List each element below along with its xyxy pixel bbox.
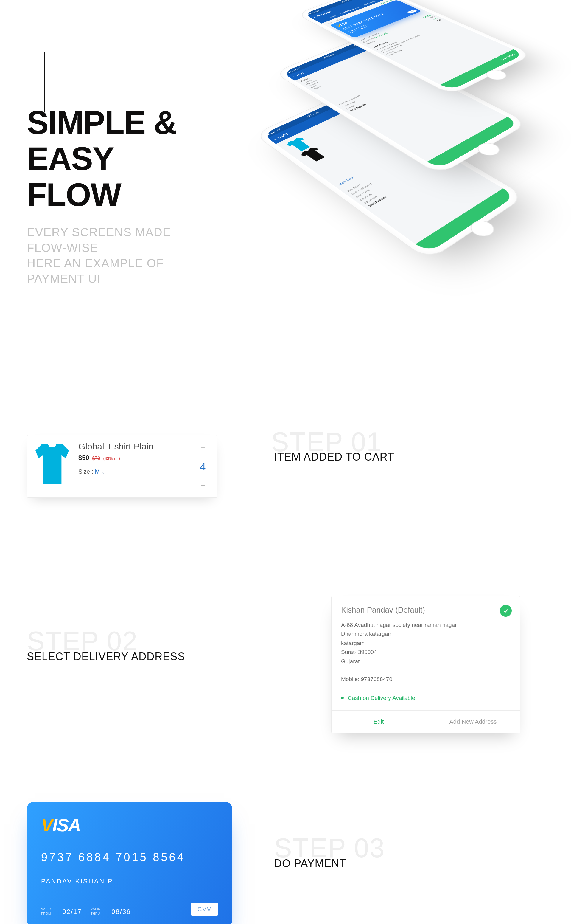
addr-mobile: Mobile: 9737688470 (341, 675, 511, 684)
back-icon[interactable]: ‹ (272, 138, 278, 141)
back-icon[interactable]: ‹ (312, 16, 317, 19)
back-icon[interactable]: ‹ (291, 76, 297, 78)
qty-value: 4 (200, 461, 206, 472)
continue-bar[interactable] (415, 188, 515, 253)
valid-from-label: VALIDFROM (41, 907, 51, 915)
hero-sub-l2: flow-wise (27, 240, 177, 255)
cart-item-card: Global T shirt Plain $50 $70 (33% off) S… (27, 435, 218, 498)
address-card: Kishan Pandav (Default) A-68 Avadhut nag… (331, 596, 520, 733)
price: $50 (78, 454, 90, 462)
cod-available: Cash on Delivery Available (341, 695, 511, 701)
hero-text-block: Simple & Easy Flow Every screens made fl… (27, 104, 177, 286)
cvv-input[interactable]: CVV (191, 903, 218, 916)
bullet-icon (341, 696, 344, 699)
qty-decrease-button[interactable]: − (201, 444, 205, 452)
step-2-label: Select Delivery Address (27, 650, 185, 663)
qty-increase-button[interactable]: + (201, 481, 205, 489)
size-label: Size : (78, 468, 93, 475)
hero-title-l2: Easy (27, 140, 177, 176)
old-price: $70 (93, 456, 100, 461)
address-name: Kishan Pandav (Default) (341, 605, 511, 614)
navbar-title: ADD (295, 72, 305, 77)
selected-check-icon (500, 605, 512, 617)
tshirt-icon (299, 146, 328, 163)
addr-line: Surat- 395004 (341, 648, 511, 657)
step-1-label: Item Added to Cart (274, 451, 394, 463)
product-title: Global T shirt Plain (78, 441, 187, 452)
valid-thru-label: VALIDTHRU (91, 907, 101, 915)
valid-thru: 08/36 (111, 908, 131, 916)
hero-sub-l3: Here an example of (27, 255, 177, 271)
step-3-label: Do Payment (274, 857, 346, 870)
hero-sub-l1: Every screens made (27, 224, 177, 240)
hero-accent-bar (44, 52, 45, 112)
edit-address-button[interactable]: Edit (332, 710, 426, 733)
card-number: 9737 6884 7015 8564 (41, 851, 218, 864)
add-address-button[interactable]: Add New Address (426, 710, 520, 733)
visa-logo: VISA (41, 815, 218, 836)
addr-line: A-68 Avadhut nagar society near raman na… (341, 621, 511, 630)
payment-card: VISA 9737 6884 7015 8564 PANDAV KISHAN R… (27, 802, 232, 924)
product-image (34, 441, 70, 486)
phone-mockup-stack: ●●●●○ EE ⌃12:53 pm31% ▮ ‹ CART Apply Cod… (187, 0, 559, 390)
continue-bar[interactable] (427, 117, 519, 169)
hero-title-l1: Simple & (27, 104, 177, 140)
tshirt-icon (285, 136, 314, 153)
navbar-title: CART (276, 132, 290, 139)
size-value[interactable]: M (95, 468, 100, 475)
discount: (33% off) (103, 456, 120, 461)
chevron-down-icon[interactable]: ⌄ (102, 470, 105, 475)
valid-from: 02/17 (62, 908, 82, 916)
card-name: PANDAV KISHAN R (41, 878, 218, 885)
hero-title-l3: Flow (27, 176, 177, 212)
addr-line: katargam (341, 639, 511, 648)
pay-button[interactable]: PAY $100 (440, 49, 524, 90)
addr-line: Gujarat (341, 657, 511, 666)
addr-line: Dhanmora katargam (341, 630, 511, 638)
tab-card[interactable]: Card (329, 15, 336, 18)
hero-sub-l4: payment UI (27, 271, 177, 286)
